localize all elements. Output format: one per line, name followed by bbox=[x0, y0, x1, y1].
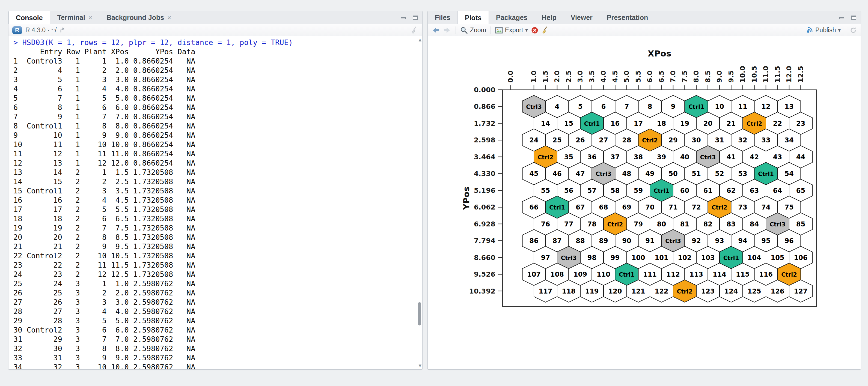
refresh-plot-button[interactable] bbox=[850, 27, 857, 34]
hex-cell-label: 63 bbox=[750, 187, 759, 194]
close-tab-icon[interactable]: × bbox=[167, 14, 171, 22]
hexagon-field-plot: XPosYPos0.01.01.52.02.53.03.54.04.55.05.… bbox=[437, 41, 830, 314]
hex-cell-label: 18 bbox=[657, 120, 666, 127]
tab-console[interactable]: Console bbox=[8, 11, 50, 24]
hex-cell-label: 28 bbox=[622, 136, 631, 144]
console-pane: ConsoleTerminal×Background Jobs× R R 4.3… bbox=[8, 11, 423, 369]
hex-cell-label: 56 bbox=[564, 187, 573, 194]
hex-cell-label: Ctrl1 bbox=[619, 271, 634, 278]
hex-cell-label: 9 bbox=[671, 103, 676, 110]
tab-packages[interactable]: Packages bbox=[489, 11, 534, 24]
hex-cell-label: 65 bbox=[796, 187, 805, 194]
hex-cell-label: 81 bbox=[680, 220, 689, 228]
y-tick-label: 2.598 bbox=[474, 136, 495, 144]
hex-cell-label: 67 bbox=[576, 203, 585, 211]
console-output: Entry Row Plant XPos YPos Data 1 Control… bbox=[13, 47, 422, 369]
open-directory-button[interactable] bbox=[60, 27, 66, 33]
clear-plots-button[interactable] bbox=[541, 27, 549, 34]
y-tick-label: 1.732 bbox=[474, 120, 495, 127]
hex-cell-label: 64 bbox=[773, 187, 782, 194]
y-tick-label: 8.660 bbox=[474, 254, 495, 262]
hex-cell-label: 118 bbox=[562, 288, 576, 295]
toolbar-separator bbox=[845, 27, 845, 34]
tab-label: Viewer bbox=[571, 13, 593, 22]
hex-cell-label: 85 bbox=[796, 220, 805, 228]
hex-cell-label: 53 bbox=[738, 170, 747, 178]
y-tick-label: 4.330 bbox=[474, 170, 495, 178]
next-plot-button[interactable] bbox=[443, 27, 451, 34]
tab-presentation[interactable]: Presentation bbox=[600, 11, 655, 24]
hex-cell-label: 78 bbox=[587, 220, 596, 228]
hex-cell-label: 98 bbox=[587, 254, 596, 262]
scroll-up-icon[interactable]: ▲ bbox=[419, 37, 422, 42]
console-body[interactable]: > HSD03(K = 1, rows = 12, plpr = 12, dis… bbox=[8, 36, 422, 369]
hex-cell-label: 114 bbox=[713, 270, 726, 278]
x-tick-label: 6.0 bbox=[646, 71, 654, 83]
x-tick-label: 10.5 bbox=[750, 66, 758, 83]
hex-cell-label: 45 bbox=[529, 170, 538, 178]
hex-cell-label: 26 bbox=[576, 136, 585, 144]
scrollbar-thumb[interactable] bbox=[418, 302, 421, 325]
y-tick-label: 6.062 bbox=[474, 203, 495, 211]
zoom-label: Zoom bbox=[470, 27, 486, 34]
pane-maximize-icon[interactable] bbox=[411, 14, 419, 21]
tab-files[interactable]: Files bbox=[428, 11, 458, 24]
previous-plot-button[interactable] bbox=[432, 27, 440, 34]
scroll-down-icon[interactable]: ▼ bbox=[419, 363, 422, 368]
tab-terminal[interactable]: Terminal× bbox=[50, 11, 99, 24]
tab-plots[interactable]: Plots bbox=[458, 11, 489, 24]
forward-icon bbox=[443, 27, 451, 34]
hex-cell-label: Ctrl1 bbox=[758, 171, 774, 177]
hex-cell-label: 19 bbox=[680, 120, 689, 127]
export-button[interactable]: Export ▾ bbox=[495, 27, 528, 34]
console-scrollbar[interactable]: ▲ ▼ bbox=[416, 36, 422, 369]
hex-cell-label: 75 bbox=[784, 203, 794, 211]
hex-cell-label: 50 bbox=[669, 170, 678, 178]
export-image-icon bbox=[495, 27, 503, 34]
hex-cell-label: 103 bbox=[701, 254, 715, 262]
y-tick-label: 9.526 bbox=[474, 270, 495, 278]
tab-background-jobs[interactable]: Background Jobs× bbox=[99, 11, 178, 24]
x-tick-label: 7.0 bbox=[669, 71, 677, 83]
hex-cell-label: 76 bbox=[541, 220, 550, 228]
publish-label: Publish bbox=[815, 27, 836, 34]
r-version-label: R 4.3.0 · ~/ bbox=[25, 27, 57, 34]
hex-cell-label: Ctrl2 bbox=[712, 204, 727, 211]
hex-cell-label: 16 bbox=[611, 120, 620, 127]
hex-cell-label: 44 bbox=[796, 153, 805, 161]
hex-cell-label: 32 bbox=[738, 136, 747, 144]
tab-help[interactable]: Help bbox=[534, 11, 563, 24]
remove-plot-button[interactable] bbox=[531, 27, 538, 34]
plot-area: XPosYPos0.01.01.52.02.53.03.54.04.55.05.… bbox=[428, 36, 861, 369]
remove-plot-icon bbox=[531, 27, 538, 34]
close-tab-icon[interactable]: × bbox=[88, 14, 92, 22]
hex-cell-label: 17 bbox=[634, 120, 643, 127]
pane-minimize-icon[interactable] bbox=[838, 14, 845, 21]
publish-button[interactable]: Publish ▾ bbox=[805, 27, 841, 34]
pane-window-controls bbox=[838, 11, 857, 24]
hex-cell-label: 102 bbox=[678, 254, 691, 262]
hex-cell-label: 126 bbox=[771, 288, 784, 295]
clear-console-button[interactable] bbox=[411, 27, 418, 34]
hex-cell-label: 100 bbox=[631, 254, 645, 262]
pane-minimize-icon[interactable] bbox=[399, 14, 407, 21]
hex-cell-label: 48 bbox=[622, 170, 631, 178]
x-tick-label: 9.5 bbox=[727, 71, 735, 83]
y-tick-label: 6.928 bbox=[474, 220, 495, 228]
hex-cell-label: 88 bbox=[576, 237, 585, 245]
hex-cell-label: 73 bbox=[738, 203, 747, 211]
hex-cell-label: Ctrl1 bbox=[688, 104, 704, 110]
tab-viewer[interactable]: Viewer bbox=[564, 11, 600, 24]
hex-cell-label: 61 bbox=[704, 187, 712, 194]
hex-cell-label: Ctrl1 bbox=[654, 188, 670, 194]
hex-cell-label: 107 bbox=[527, 270, 541, 278]
hex-cell-label: 93 bbox=[715, 237, 724, 245]
x-tick-label: 0.0 bbox=[506, 71, 515, 83]
hex-cell-label: Ctrl3 bbox=[596, 171, 612, 177]
pane-maximize-icon[interactable] bbox=[850, 14, 857, 21]
hex-cell-label: 57 bbox=[587, 187, 596, 194]
hex-cell-label: 68 bbox=[599, 203, 608, 211]
hex-cell-label: 70 bbox=[645, 203, 654, 211]
zoom-button[interactable]: Zoom bbox=[460, 27, 486, 34]
hex-cell-label: 31 bbox=[715, 136, 724, 144]
